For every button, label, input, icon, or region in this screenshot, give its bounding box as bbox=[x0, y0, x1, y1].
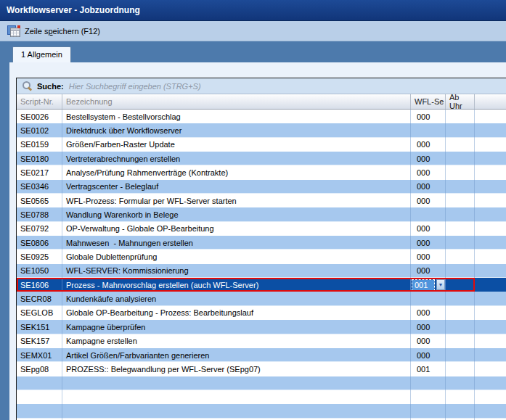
table-row[interactable]: SE0102Direktdruck über Workflowserver bbox=[17, 123, 506, 137]
table-row[interactable]: SE0806Mahnwesen - Mahnungen erstellen000 bbox=[17, 236, 506, 250]
cell-script[interactable]: SE0102 bbox=[17, 123, 62, 137]
cell-name[interactable]: Direktdruck über Workflowserver bbox=[62, 123, 411, 137]
cell-script[interactable]: SE0792 bbox=[17, 222, 62, 236]
cell-script[interactable]: SE0026 bbox=[17, 110, 62, 123]
cell-ab[interactable] bbox=[446, 152, 475, 165]
table-row[interactable]: SE0792OP-Verwaltung - Globale OP-Bearbei… bbox=[17, 222, 506, 236]
cell-wfl[interactable]: 000 bbox=[411, 222, 446, 236]
tab-allgemein[interactable]: 1 Allgemein bbox=[12, 46, 71, 62]
cell-extra[interactable] bbox=[475, 236, 506, 250]
cell-name[interactable]: Vertreterabrechnungen erstellen bbox=[62, 152, 411, 165]
table-row[interactable]: SE0217Analyse/Prüfung Rahmenverträge (Ko… bbox=[17, 165, 506, 179]
cell-ab[interactable] bbox=[446, 362, 475, 376]
cell-extra[interactable] bbox=[475, 250, 506, 263]
cell-ab[interactable] bbox=[446, 180, 475, 194]
table-row[interactable]: SE0788Wandlung Warenkorb in Belege bbox=[17, 207, 506, 221]
cell-ab[interactable] bbox=[446, 264, 475, 278]
table-row[interactable]: SE0565WFL-Prozess: Formular per WFL-Serv… bbox=[17, 194, 506, 207]
cell-extra[interactable] bbox=[475, 264, 506, 278]
cell-wfl[interactable]: 000 bbox=[411, 348, 446, 362]
cell-wfl[interactable]: 000 bbox=[411, 334, 446, 348]
cell-script[interactable]: SEK157 bbox=[17, 334, 62, 348]
header-wfl-server[interactable]: WFL-Se bbox=[411, 94, 446, 109]
cell-ab[interactable] bbox=[446, 320, 475, 334]
search-bar[interactable]: Suche: Hier Suchbegriff eingeben (STRG+S… bbox=[17, 78, 506, 94]
cell-wfl[interactable]: 000 bbox=[411, 250, 446, 263]
cell-name[interactable]: WFL-Prozess: Formular per WFL-Server sta… bbox=[62, 194, 411, 207]
cell-script[interactable]: SEGLOB bbox=[17, 306, 62, 320]
cell-script[interactable]: SE0180 bbox=[17, 152, 62, 165]
chevron-down-icon[interactable]: ▼ bbox=[436, 279, 445, 290]
wfl-server-edit-value[interactable]: 001 bbox=[412, 280, 434, 290]
cell-ab[interactable] bbox=[446, 236, 475, 250]
cell-ab[interactable] bbox=[446, 165, 475, 179]
header-bezeichnung[interactable]: Bezeichnung bbox=[62, 94, 411, 109]
cell-wfl[interactable]: 000 bbox=[411, 180, 446, 194]
cell-ab[interactable] bbox=[446, 348, 475, 362]
cell-name[interactable]: Kundenkäufe analysieren bbox=[62, 292, 411, 305]
save-row-button[interactable]: Zeile speichern (F12) bbox=[4, 24, 103, 38]
cell-wfl[interactable] bbox=[411, 123, 446, 137]
cell-extra[interactable] bbox=[475, 320, 506, 334]
cell-name[interactable]: Vertragscenter - Beleglauf bbox=[62, 180, 411, 194]
cell-ab[interactable] bbox=[446, 194, 475, 207]
table-row[interactable]: SE0925Globale Dublettenprüfung000 bbox=[17, 250, 506, 263]
cell-ab[interactable] bbox=[446, 138, 475, 152]
table-row[interactable]: SE0180Vertreterabrechnungen erstellen000 bbox=[17, 152, 506, 165]
table-row[interactable]: SE0026Bestellsystem - Bestellvorschlag00… bbox=[17, 110, 506, 123]
search-input[interactable]: Hier Suchbegriff eingeben (STRG+S) bbox=[69, 82, 201, 91]
cell-wfl[interactable]: 000 bbox=[411, 236, 446, 250]
cell-extra[interactable] bbox=[475, 123, 506, 137]
cell-wfl[interactable]: 000 bbox=[411, 320, 446, 334]
cell-ab[interactable] bbox=[446, 306, 475, 320]
cell-name[interactable]: Kampagne erstellen bbox=[62, 334, 411, 348]
table-row[interactable]: SE0346Vertragscenter - Beleglauf000 bbox=[17, 180, 506, 194]
cell-script[interactable]: SE0217 bbox=[17, 165, 62, 179]
cell-script[interactable]: SEpg08 bbox=[17, 362, 62, 376]
cell-script[interactable]: SECR08 bbox=[17, 292, 62, 305]
cell-wfl[interactable]: 000 bbox=[411, 110, 446, 123]
table-row[interactable]: SEpg08PROZESS:: Belegwandlung per WFL-Se… bbox=[17, 362, 506, 376]
cell-wfl[interactable]: 000 bbox=[411, 264, 446, 278]
header-ab-uhr[interactable]: Ab Uhr bbox=[446, 94, 475, 109]
cell-name[interactable]: OP-Verwaltung - Globale OP-Bearbeitung bbox=[62, 222, 411, 236]
cell-script[interactable]: SE0788 bbox=[17, 207, 62, 221]
cell-name[interactable]: Bestellsystem - Bestellvorschlag bbox=[62, 110, 411, 123]
cell-wfl[interactable]: 000 bbox=[411, 306, 446, 320]
cell-extra[interactable] bbox=[475, 138, 506, 152]
cell-ab[interactable] bbox=[446, 207, 475, 221]
table-row[interactable]: SEGLOBGlobale OP-Bearbeitung - Prozess: … bbox=[17, 306, 506, 320]
cell-extra[interactable] bbox=[475, 110, 506, 123]
cell-script[interactable]: SE0925 bbox=[17, 250, 62, 263]
cell-extra[interactable] bbox=[475, 334, 506, 348]
table-row[interactable]: SEK157Kampagne erstellen000 bbox=[17, 334, 506, 348]
cell-name[interactable]: Artikel Größen/Farbvarianten generieren bbox=[62, 348, 411, 362]
cell-script[interactable]: SE1050 bbox=[17, 264, 62, 278]
cell-script[interactable]: SEMX01 bbox=[17, 348, 62, 362]
cell-wfl[interactable] bbox=[411, 292, 446, 305]
cell-name[interactable]: Größen/Farben-Raster Update bbox=[62, 138, 411, 152]
cell-extra[interactable] bbox=[475, 292, 506, 305]
cell-name[interactable]: WFL-SERVER: Kommissionierung bbox=[62, 264, 411, 278]
table-row[interactable]: SEK151Kampagne überprüfen000 bbox=[17, 320, 506, 334]
cell-script[interactable]: SE0346 bbox=[17, 180, 62, 194]
cell-name[interactable]: Prozess - Mahnvorschlag erstellen (auch … bbox=[62, 278, 411, 292]
cell-ab[interactable] bbox=[446, 250, 475, 263]
cell-script[interactable]: SE0806 bbox=[17, 236, 62, 250]
cell-extra[interactable] bbox=[475, 180, 506, 194]
cell-wfl[interactable]: 000 bbox=[411, 194, 446, 207]
cell-name[interactable]: Analyse/Prüfung Rahmenverträge (Kontrakt… bbox=[62, 165, 411, 179]
cell-ab[interactable] bbox=[446, 110, 475, 123]
cell-ab[interactable] bbox=[446, 292, 475, 305]
cell-wfl[interactable]: 001▼ bbox=[411, 278, 446, 292]
cell-name[interactable]: Kampagne überprüfen bbox=[62, 320, 411, 334]
cell-extra[interactable] bbox=[475, 306, 506, 320]
table-row[interactable]: SECR08Kundenkäufe analysieren bbox=[17, 292, 506, 305]
cell-ab[interactable] bbox=[446, 334, 475, 348]
cell-extra[interactable] bbox=[475, 207, 506, 221]
cell-extra[interactable] bbox=[475, 152, 506, 165]
cell-wfl[interactable] bbox=[411, 207, 446, 221]
cell-script[interactable]: SE1606 bbox=[17, 278, 62, 292]
cell-extra[interactable] bbox=[475, 362, 506, 376]
table-row-selected[interactable]: SE1606Prozess - Mahnvorschlag erstellen … bbox=[17, 278, 506, 292]
